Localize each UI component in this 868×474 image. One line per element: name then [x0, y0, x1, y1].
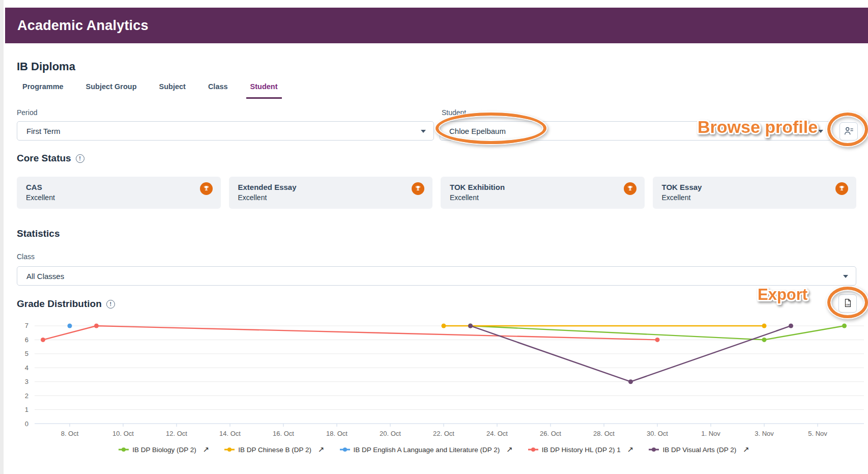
external-link-arrow-icon[interactable]: ↗	[627, 445, 634, 454]
external-link-arrow-icon[interactable]: ↗	[506, 445, 513, 454]
core-card-cas: CAS Excellent	[17, 177, 221, 209]
legend-label: IB DP Visual Arts (DP 2)	[662, 446, 736, 454]
student-select[interactable]: Chloe Epelbaum	[440, 121, 831, 141]
legend-item-ib-dp-history-hl-dp-2-1[interactable]: IB DP History HL (DP 2) 1↗	[528, 445, 634, 454]
core-status-cards: CAS Excellent Extended Essay Excellent T…	[17, 177, 856, 209]
x-axis-label: 5. Nov	[808, 430, 827, 437]
card-title: Extended Essay	[238, 183, 424, 191]
data-point-ib-dp-biology-dp-2	[762, 338, 767, 342]
data-point-ib-dp-visual-arts-dp-2	[789, 323, 793, 328]
x-axis-label: 20. Oct	[380, 430, 401, 437]
card-status: Excellent	[238, 193, 424, 202]
trophy-icon	[624, 182, 636, 195]
student-select-value: Chloe Epelbaum	[449, 127, 506, 135]
legend-marker	[340, 447, 350, 452]
tab-subject[interactable]: Subject	[155, 80, 190, 99]
data-point-ib-dp-chinese-b-dp-2	[762, 323, 767, 328]
core-status-heading: Core Status	[17, 153, 84, 164]
card-title: CAS	[26, 183, 212, 191]
academic-analytics-page: Academic Analytics IB Diploma Programme …	[0, 0, 868, 474]
x-axis-label: 16. Oct	[273, 430, 294, 437]
y-axis-label: 1	[25, 406, 28, 413]
trophy-icon	[200, 182, 213, 195]
info-icon[interactable]	[76, 154, 84, 163]
legend-item-ib-dp-english-a-language-and-literature-dp-2[interactable]: IB DP English A Language and Literature …	[340, 445, 513, 454]
x-axis-label: 28. Oct	[593, 430, 615, 437]
legend-marker	[224, 447, 235, 452]
core-card-extended-essay: Extended Essay Excellent	[229, 177, 433, 209]
external-link-arrow-icon[interactable]: ↗	[203, 445, 210, 454]
x-axis-label: 24. Oct	[486, 430, 508, 437]
data-point-ib-dp-history-hl-dp-2-1	[94, 323, 99, 328]
external-link-arrow-icon[interactable]: ↗	[318, 445, 325, 454]
browse-profile-button[interactable]	[840, 122, 858, 141]
x-axis-label: 26. Oct	[540, 430, 561, 437]
csv-file-icon: CSV	[843, 298, 853, 310]
card-status: Excellent	[450, 193, 635, 202]
x-axis-label: 22. Oct	[433, 430, 454, 437]
tab-programme[interactable]: Programme	[18, 80, 68, 99]
grade-distribution-heading: Grade Distribution	[17, 298, 115, 310]
y-axis-label: 7	[25, 322, 28, 329]
legend-marker	[528, 447, 538, 452]
data-point-ib-dp-biology-dp-2	[842, 323, 847, 328]
analytics-tabs: Programme Subject Group Subject Class St…	[18, 80, 282, 99]
x-axis-label: 8. Oct	[61, 430, 79, 437]
data-point-ib-dp-visual-arts-dp-2	[628, 379, 633, 384]
x-axis-label: 12. Oct	[166, 430, 187, 437]
programme-title: IB Diploma	[17, 60, 75, 73]
legend-label: IB DP English A Language and Literature …	[354, 446, 500, 454]
class-select[interactable]: All Classes	[17, 266, 856, 286]
data-point-ib-dp-history-hl-dp-2-1	[655, 338, 660, 342]
card-status: Excellent	[662, 193, 848, 202]
student-label: Student	[442, 108, 466, 117]
x-axis-label: 10. Oct	[112, 430, 134, 437]
series-line-ib-dp-history-hl-dp-2-1	[43, 326, 658, 340]
chevron-down-icon	[843, 275, 848, 278]
tab-student[interactable]: Student	[246, 80, 282, 99]
page-header-title: Academic Analytics	[5, 8, 868, 43]
class-select-value: All Classes	[26, 272, 64, 281]
annotation-label-export: Export	[755, 283, 824, 306]
person-list-icon	[844, 126, 854, 137]
y-axis-label: 5	[25, 350, 28, 357]
core-card-tok-exhibition: TOK Exhibition Excellent	[441, 177, 645, 209]
class-label: Class	[17, 253, 35, 261]
x-axis-label: 30. Oct	[647, 430, 668, 437]
legend-item-ib-dp-biology-dp-2[interactable]: IB DP Biology (DP 2)↗	[119, 445, 209, 454]
legend-item-ib-dp-chinese-b-dp-2[interactable]: IB DP Chinese B (DP 2)↗	[224, 445, 324, 454]
chevron-down-icon	[818, 130, 823, 133]
legend-item-ib-dp-visual-arts-dp-2[interactable]: IB DP Visual Arts (DP 2)↗	[649, 445, 749, 454]
chevron-down-icon	[421, 130, 426, 133]
x-axis-label: 1. Nov	[701, 430, 720, 437]
data-point-ib-dp-chinese-b-dp-2	[442, 323, 446, 328]
trophy-icon	[835, 182, 848, 195]
period-select[interactable]: First Term	[17, 121, 434, 141]
tab-subject-group[interactable]: Subject Group	[82, 80, 141, 99]
trophy-icon	[412, 182, 424, 195]
y-axis-label: 3	[25, 378, 28, 385]
export-button[interactable]: CSV	[838, 294, 857, 313]
card-title: TOK Essay	[662, 183, 848, 191]
y-axis-label: 2	[25, 392, 28, 400]
svg-text:Export: Export	[758, 286, 807, 303]
data-point-ib-dp-visual-arts-dp-2	[468, 323, 473, 328]
y-axis-label: 6	[25, 336, 28, 344]
period-select-value: First Term	[26, 127, 60, 135]
statistics-title: Statistics	[17, 228, 60, 239]
chart-legend: IB DP Biology (DP 2)↗IB DP Chinese B (DP…	[0, 445, 868, 454]
period-label: Period	[17, 108, 37, 117]
card-title: TOK Exhibition	[450, 183, 635, 191]
tab-class[interactable]: Class	[204, 80, 232, 99]
external-link-arrow-icon[interactable]: ↗	[743, 445, 749, 454]
x-axis-label: 3. Nov	[755, 430, 774, 437]
header-bar: Academic Analytics	[5, 8, 868, 43]
data-point-ib-dp-history-hl-dp-2-1	[41, 338, 45, 342]
y-axis-label: 4	[25, 364, 28, 372]
info-icon[interactable]	[106, 300, 115, 309]
legend-label: IB DP Chinese B (DP 2)	[238, 446, 311, 454]
y-axis-label: 0	[25, 420, 28, 428]
x-axis-label: 18. Oct	[326, 430, 348, 437]
grade-distribution-title: Grade Distribution	[17, 298, 102, 310]
grade-distribution-chart: 012345678. Oct10. Oct12. Oct14. Oct16. O…	[0, 316, 868, 443]
